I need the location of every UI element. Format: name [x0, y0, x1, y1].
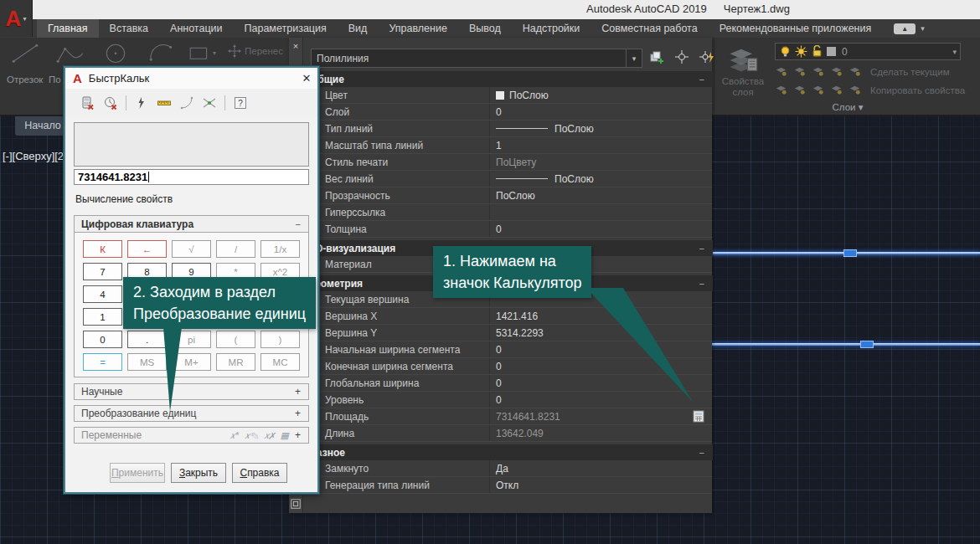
- property-value[interactable]: 0: [489, 221, 713, 237]
- expand-icon[interactable]: +: [295, 408, 308, 419]
- quick-select-icon[interactable]: [699, 49, 715, 65]
- line-tool-icon[interactable]: [10, 42, 40, 65]
- ribbon-tab-совместная-работа[interactable]: Совместная работа: [591, 19, 708, 38]
- keypad-button-←[interactable]: ←: [127, 240, 167, 258]
- закрыть-button[interactable]: Закрыть: [171, 463, 226, 483]
- new-variable-icon[interactable]: 𝑥*: [230, 430, 239, 441]
- intersection-icon[interactable]: [202, 95, 217, 110]
- property-value[interactable]: Да: [489, 460, 713, 476]
- move-tool-label[interactable]: Перенес: [245, 46, 283, 56]
- polyline-grip[interactable]: [843, 249, 857, 257]
- keypad-button-0[interactable]: 0: [83, 331, 122, 348]
- layer-tool-icon[interactable]: [830, 64, 843, 77]
- palette-properties-icon[interactable]: [290, 498, 302, 510]
- ribbon-display-toggle-button[interactable]: ▲: [894, 23, 916, 34]
- pick-point-icon[interactable]: [673, 49, 690, 65]
- layer-tool-icon[interactable]: [775, 64, 787, 77]
- move-tool-icon[interactable]: [228, 44, 241, 58]
- clear-history-icon[interactable]: [103, 95, 118, 110]
- layers-panel-title[interactable]: Слои ▾: [714, 101, 980, 113]
- keypad-button-)[interactable]: ): [260, 331, 300, 348]
- ribbon-tab-вид[interactable]: Вид: [338, 19, 379, 38]
- viewport-controls-label[interactable]: [-][Сверху][2: [3, 150, 64, 162]
- ribbon-tab-рекомендованные-приложения[interactable]: Рекомендованные приложения: [709, 19, 883, 38]
- help-icon[interactable]: ?: [233, 95, 248, 110]
- property-value[interactable]: ПоСлою: [489, 187, 713, 203]
- polyline-tool-icon[interactable]: [55, 42, 85, 65]
- property-value[interactable]: [489, 204, 713, 220]
- expression-input[interactable]: 7314641.8231: [74, 169, 309, 185]
- property-value[interactable]: ПоСлою: [489, 171, 713, 187]
- layer-tool-icon[interactable]: [812, 64, 824, 77]
- close-icon[interactable]: ✕: [296, 72, 317, 85]
- keypad-button-1[interactable]: 1: [83, 308, 122, 326]
- collapse-icon[interactable]: −: [699, 244, 704, 254]
- file-tab-start[interactable]: Начало: [15, 115, 70, 136]
- section-header-общие[interactable]: Общие−: [303, 71, 713, 87]
- property-value[interactable]: 13642.049: [489, 425, 713, 441]
- keypad-button-7[interactable]: 7: [83, 263, 122, 280]
- layer-tool-icon[interactable]: [775, 83, 787, 95]
- collapse-icon[interactable]: −: [296, 219, 308, 229]
- keypad-button-4[interactable]: 4: [83, 285, 122, 303]
- collapse-icon[interactable]: −: [699, 448, 704, 458]
- layer-properties-button[interactable]: Свойства слоя: [718, 76, 768, 98]
- history-area[interactable]: [74, 122, 309, 167]
- layer-select-dropdown[interactable]: 0 ▾: [775, 43, 961, 60]
- clear-icon[interactable]: [80, 95, 95, 110]
- chevron-down-icon[interactable]: ▾: [921, 24, 925, 33]
- ribbon-tab-управление[interactable]: Управление: [378, 19, 458, 38]
- select-new-objects-icon[interactable]: [648, 49, 665, 65]
- property-value[interactable]: ПоЦвету: [489, 154, 713, 170]
- close-icon[interactable]: ×: [289, 41, 302, 51]
- property-value[interactable]: ПоСлою: [489, 87, 713, 103]
- delete-variable-icon[interactable]: 𝑥✗: [264, 430, 274, 441]
- ribbon-tab-аннотации[interactable]: Аннотации: [159, 19, 233, 38]
- keypad-button-1/x[interactable]: 1/x: [260, 240, 300, 258]
- calculator-launch-button[interactable]: [693, 410, 704, 423]
- application-menu-button[interactable]: A ▾: [0, 0, 33, 37]
- section-переменные[interactable]: Переменные𝑥*𝑥✎𝑥✗▦+: [74, 427, 309, 444]
- property-value[interactable]: Откл: [489, 477, 713, 493]
- применить-button[interactable]: Применить: [110, 463, 165, 483]
- get-coordinates-icon[interactable]: [134, 95, 149, 110]
- layer-tool-icon[interactable]: [830, 83, 843, 95]
- circle-tool-icon[interactable]: [102, 42, 129, 65]
- quickcalc-title-bar[interactable]: A БыстрКальк ✕: [65, 68, 317, 90]
- ribbon-tab-главная[interactable]: Главная: [37, 19, 99, 38]
- rectangle-tool-icon[interactable]: [188, 44, 211, 63]
- object-type-dropdown[interactable]: Полилиния ▾: [311, 49, 642, 68]
- arc-tool-icon[interactable]: [147, 42, 174, 65]
- section-научные[interactable]: Научные+: [74, 383, 309, 400]
- property-value[interactable]: 0: [489, 104, 713, 120]
- numpad-section-header[interactable]: Цифровая клавиатура −: [74, 215, 309, 233]
- polyline-segment[interactable]: [704, 252, 980, 254]
- angle-icon[interactable]: [179, 95, 194, 110]
- ribbon-tab-надстройки[interactable]: Надстройки: [512, 19, 591, 38]
- layer-tool-icon[interactable]: [793, 64, 806, 77]
- make-current-button[interactable]: Сделать текущим: [870, 67, 950, 77]
- keypad-button-=[interactable]: =: [83, 353, 122, 371]
- ribbon-tab-вывод[interactable]: Вывод: [458, 19, 512, 38]
- expand-icon[interactable]: +: [295, 386, 308, 398]
- calculator-icon[interactable]: ▦: [281, 430, 289, 441]
- match-properties-button[interactable]: Копировать свойства: [870, 85, 965, 95]
- ribbon-tab-параметризация[interactable]: Параметризация: [234, 19, 338, 38]
- chevron-down-icon[interactable]: ▾: [626, 49, 642, 67]
- distance-icon[interactable]: [157, 95, 172, 110]
- chevron-down-icon[interactable]: ▾: [952, 48, 957, 56]
- section-header-разное[interactable]: Разное−: [303, 444, 713, 460]
- collapse-icon[interactable]: −: [699, 279, 704, 289]
- polyline-grip[interactable]: [860, 341, 874, 348]
- layer-properties-icon[interactable]: [726, 43, 760, 76]
- edit-variable-icon[interactable]: 𝑥✎: [245, 430, 258, 441]
- layer-tool-icon[interactable]: [848, 64, 861, 77]
- polyline-tool-label[interactable]: По: [49, 74, 61, 85]
- справка-button[interactable]: Справка: [232, 463, 287, 483]
- property-value[interactable]: ПоСлою: [489, 121, 713, 136]
- keypad-button-/[interactable]: /: [216, 240, 255, 258]
- layer-tool-icon[interactable]: [848, 83, 861, 95]
- layer-tool-icon[interactable]: [812, 83, 824, 95]
- property-value[interactable]: 1: [489, 137, 713, 153]
- polyline-segment[interactable]: [704, 343, 980, 346]
